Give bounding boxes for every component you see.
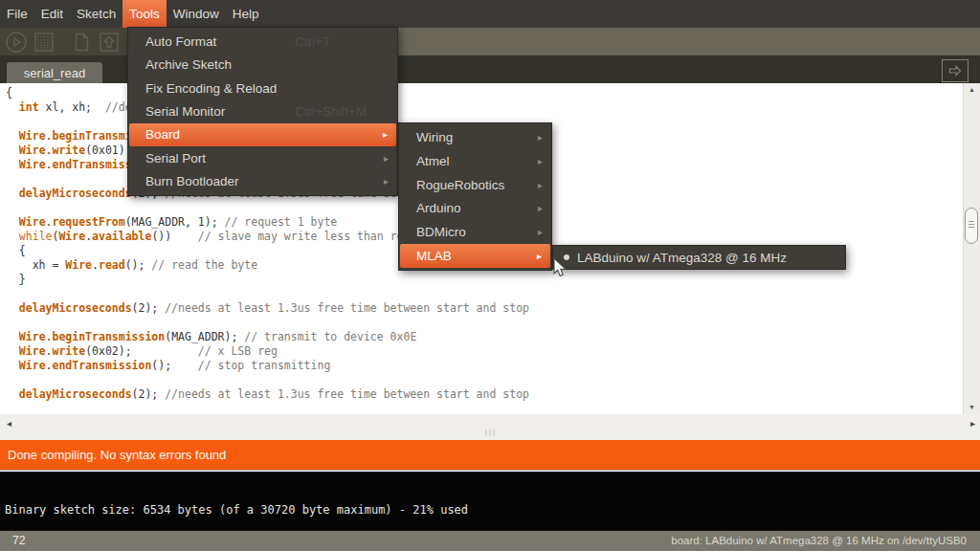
console-line: Binary sketch size: 6534 bytes (of a 307…: [5, 503, 468, 517]
menu-window-label: Window: [173, 7, 219, 21]
code-line: [6, 373, 963, 387]
vertical-scrollbar-thumb[interactable]: [965, 208, 978, 244]
code-line: }: [6, 273, 963, 287]
menu-item-burn-bootloader[interactable]: Burn Bootloader ▸: [128, 170, 397, 193]
menu-item-archive-sketch[interactable]: Archive Sketch: [128, 53, 397, 76]
shortcut-label: Ctrl+T: [295, 34, 330, 49]
submenu-arrow-icon: ▸: [384, 176, 389, 187]
menu-item-serial-port[interactable]: Serial Port ▸: [128, 146, 397, 169]
menu-item-label: Board: [145, 127, 180, 142]
menu-item-label: Burn Bootloader: [145, 174, 239, 188]
submenu-arrow-icon: ▸: [538, 227, 543, 237]
menu-item-roguerobotics[interactable]: RogueRobotics ▸: [399, 173, 551, 197]
menu-edit[interactable]: Edit: [34, 0, 70, 28]
mlab-submenu: LABduino w/ ATmega328 @ 16 MHz: [552, 245, 846, 270]
compile-status-bar: Done compiling. No syntax errors found: [0, 440, 980, 471]
submenu-arrow-icon: ▸: [383, 129, 388, 140]
menu-item-label: Atmel: [416, 154, 450, 168]
new-sketch-icon: [70, 31, 93, 54]
menu-item-serial-monitor[interactable]: Serial Monitor Ctrl+Shift+M: [128, 99, 397, 122]
mouse-cursor-icon: [553, 257, 568, 278]
submenu-arrow-icon: ▸: [538, 132, 543, 143]
menubar: File Edit Sketch Tools Window Help: [0, 0, 980, 28]
submenu-arrow-icon: ▸: [538, 180, 543, 190]
tools-dropdown-menu: Auto Format Ctrl+T Archive Sketch Fix En…: [127, 27, 398, 196]
menu-item-auto-format[interactable]: Auto Format Ctrl+T: [128, 30, 397, 53]
menu-item-fix-encoding[interactable]: Fix Encoding & Reload: [128, 77, 397, 99]
menu-tools[interactable]: Tools: [122, 0, 167, 28]
menu-item-arduino[interactable]: Arduino ▸: [399, 196, 551, 220]
menu-item-label: Arduino: [416, 201, 461, 215]
editor-horizontal-scrollbar[interactable]: ◂ ▸: [0, 414, 980, 440]
scroll-down-icon[interactable]: ▼: [964, 403, 980, 412]
menu-item-label: Archive Sketch: [145, 57, 232, 72]
code-line: Wire.beginTransmission(MAG_ADDR); // tra…: [6, 330, 963, 344]
splitter-grip[interactable]: [486, 430, 495, 436]
menu-item-wiring[interactable]: Wiring ▸: [399, 125, 551, 149]
submenu-arrow-icon: ▸: [538, 203, 543, 213]
scroll-right-icon[interactable]: ▸: [970, 418, 975, 430]
bottom-status-strip: 72 board: LABduino w/ ATmega328 @ 16 MHz…: [0, 530, 980, 551]
menu-item-label: BDMicro: [416, 225, 466, 239]
submenu-arrow-icon: ▸: [538, 156, 543, 166]
code-line: [6, 316, 963, 330]
menu-item-label: Serial Port: [145, 151, 206, 165]
menu-help[interactable]: Help: [226, 0, 266, 28]
menu-item-labduino[interactable]: LABduino w/ ATmega328 @ 16 MHz: [553, 248, 845, 267]
submenu-arrow-icon: ▸: [384, 153, 389, 164]
serial-monitor-icon: [947, 64, 963, 77]
verify-icon: [5, 31, 28, 54]
stop-icon: [33, 31, 56, 54]
tab-serial-read[interactable]: serial_read: [7, 62, 102, 83]
menu-item-label: Auto Format: [145, 34, 216, 49]
code-line: [6, 287, 963, 301]
scroll-left-icon[interactable]: ◂: [7, 418, 11, 430]
menu-sketch[interactable]: Sketch: [70, 0, 122, 28]
scroll-up-icon[interactable]: ▲: [964, 85, 980, 95]
menu-item-label: MLAB: [416, 249, 452, 263]
code-line: Wire.write(0x02); // x LSB reg: [6, 344, 963, 359]
verify-button[interactable]: [4, 30, 29, 55]
shortcut-label: Ctrl+Shift+M: [295, 104, 367, 119]
code-line: delayMicroseconds(2); //needs at least 1…: [6, 301, 963, 316]
arduino-ide-window: File Edit Sketch Tools Window Help: [0, 0, 980, 551]
open-icon: [98, 31, 121, 54]
code-line: Wire.endTransmission(); // stop transmit…: [6, 359, 963, 373]
serial-monitor-button[interactable]: [942, 59, 969, 82]
board-port-indicator: board: LABduino w/ ATmega328 @ 16 MHz on…: [671, 535, 967, 546]
open-button[interactable]: [97, 30, 122, 55]
menu-edit-label: Edit: [41, 7, 63, 21]
menu-item-board[interactable]: Board ▸: [129, 123, 396, 146]
menu-item-label: Serial Monitor: [145, 104, 225, 119]
menu-item-mlab[interactable]: MLAB ▸: [400, 244, 550, 268]
menu-tools-label: Tools: [129, 7, 160, 21]
menu-item-bdmicro[interactable]: BDMicro ▸: [399, 220, 551, 244]
menu-item-label: Wiring: [416, 130, 453, 144]
board-submenu: Wiring ▸ Atmel ▸ RogueRobotics ▸ Arduino…: [398, 122, 552, 271]
editor-vertical-scrollbar[interactable]: ▲ ▼: [963, 83, 980, 414]
console-output: Binary sketch size: 6534 bytes (of a 307…: [0, 472, 980, 530]
menu-file-label: File: [7, 7, 28, 21]
submenu-arrow-icon: ▸: [537, 251, 542, 261]
menu-sketch-label: Sketch: [77, 7, 116, 21]
menu-item-label: RogueRobotics: [416, 178, 504, 192]
menu-item-label: LABduino w/ ATmega328 @ 16 MHz: [577, 251, 787, 265]
tab-label: serial_read: [24, 66, 85, 80]
menu-item-atmel[interactable]: Atmel ▸: [399, 149, 551, 173]
new-sketch-button[interactable]: [69, 30, 94, 55]
menu-help-label: Help: [233, 7, 259, 21]
stop-button[interactable]: [32, 30, 56, 55]
compile-status-message: Done compiling. No syntax errors found: [8, 448, 226, 462]
menu-file[interactable]: File: [0, 0, 34, 28]
line-number-indicator: 72: [12, 534, 25, 547]
menu-item-label: Fix Encoding & Reload: [145, 81, 277, 96]
menu-window[interactable]: Window: [167, 0, 226, 28]
code-line: delayMicroseconds(2); //needs at least 1…: [6, 387, 963, 402]
